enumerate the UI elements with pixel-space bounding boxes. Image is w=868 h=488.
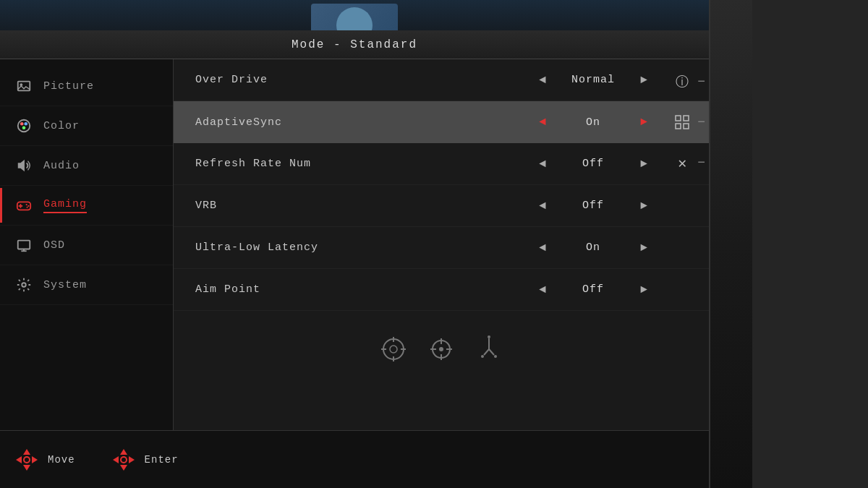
enter-label: Enter	[145, 454, 179, 466]
side-btn-close[interactable]: ✕ −	[673, 153, 705, 172]
setting-control-refreshratenum: ◄ Off ►	[499, 158, 687, 171]
nav-item-enter: Enter	[111, 448, 179, 472]
overdrive-arrow-left[interactable]: ◄	[535, 74, 550, 87]
sidebar-item-color[interactable]: Color	[0, 106, 173, 146]
setting-row-vrb: VRB ◄ Off ►	[174, 185, 709, 227]
info-icon: ⓘ	[673, 72, 692, 91]
vrb-value: Off	[564, 200, 622, 212]
setting-row-refreshratenum: Refresh Rate Num ◄ Off ►	[174, 143, 709, 185]
svg-marker-42	[32, 456, 38, 463]
svg-point-2	[18, 120, 30, 132]
svg-rect-38	[684, 124, 689, 129]
svg-point-32	[488, 335, 490, 338]
setting-name-refreshratenum: Refresh Rate Num	[195, 158, 499, 170]
setting-control-adaptivesync: ◄ On ►	[499, 116, 687, 129]
ultralowlatency-value: On	[564, 241, 622, 254]
aim-icon-1[interactable]	[377, 333, 410, 366]
setting-row-overdrive: Over Drive ◄ Normal ►	[174, 59, 709, 101]
svg-marker-46	[120, 465, 127, 471]
aim-icon-2[interactable]	[425, 333, 458, 366]
svg-marker-41	[16, 456, 22, 463]
sidebar: Picture Color Audio	[0, 59, 174, 430]
svg-point-44	[25, 458, 29, 462]
svg-rect-13	[18, 241, 30, 249]
svg-marker-45	[120, 449, 127, 455]
svg-point-5	[22, 126, 26, 129]
system-icon	[14, 275, 33, 294]
osd-icon	[14, 236, 33, 254]
setting-row-aimpoint: Aim Point ◄ Off ►	[174, 269, 709, 311]
svg-point-18	[390, 346, 397, 353]
adaptivesync-arrow-right[interactable]: ►	[637, 116, 651, 129]
sidebar-label-picture: Picture	[43, 80, 94, 93]
sidebar-item-gaming[interactable]: Gaming	[0, 186, 173, 226]
sidebar-label-audio: Audio	[43, 160, 80, 172]
right-bezel	[709, 0, 868, 488]
vrb-arrow-left[interactable]: ◄	[535, 200, 550, 213]
svg-marker-39	[23, 449, 30, 455]
sidebar-item-osd[interactable]: OSD	[0, 226, 173, 265]
refreshratenum-arrow-left[interactable]: ◄	[535, 158, 550, 171]
overdrive-arrow-right[interactable]: ►	[637, 74, 651, 87]
setting-name-overdrive: Over Drive	[195, 74, 499, 86]
svg-marker-6	[18, 160, 25, 172]
svg-point-34	[494, 355, 497, 358]
ultralowlatency-arrow-left[interactable]: ◄	[535, 241, 550, 254]
svg-rect-37	[676, 124, 681, 129]
enter-dpad-icon	[111, 448, 136, 472]
sidebar-label-color: Color	[43, 120, 80, 132]
adaptivesync-value: On	[564, 116, 622, 129]
mode-title: Mode - Standard	[292, 38, 417, 51]
svg-point-3	[20, 122, 24, 126]
setting-control-vrb: ◄ Off ►	[499, 200, 687, 213]
svg-marker-47	[113, 456, 119, 463]
overdrive-value: Normal	[564, 74, 622, 86]
aim-icons-row	[174, 318, 709, 380]
adaptivesync-arrow-left[interactable]: ◄	[535, 116, 550, 129]
svg-point-11	[27, 205, 29, 207]
close-icon: ✕	[673, 153, 692, 172]
svg-rect-36	[684, 116, 689, 121]
sidebar-label-osd: OSD	[43, 239, 65, 252]
ultralowlatency-arrow-right[interactable]: ►	[637, 241, 651, 254]
vrb-arrow-right[interactable]: ►	[637, 200, 651, 213]
svg-point-12	[26, 207, 27, 208]
setting-name-aimpoint: Aim Point	[195, 283, 499, 296]
sidebar-item-picture[interactable]: Picture	[0, 67, 173, 106]
setting-name-ultralowlatency: Ultra-Low Latency	[195, 241, 499, 254]
osd-container: Picture Color Audio	[0, 59, 709, 430]
svg-point-4	[24, 122, 27, 126]
setting-name-vrb: VRB	[195, 200, 499, 212]
side-btn-grid[interactable]: −	[673, 113, 705, 132]
close-dash: −	[697, 155, 705, 170]
svg-point-17	[383, 339, 404, 359]
info-dash: −	[697, 74, 705, 89]
svg-line-30	[484, 349, 489, 355]
svg-line-31	[489, 349, 494, 355]
color-icon	[14, 116, 33, 135]
mode-title-bar: Mode - Standard	[0, 30, 709, 59]
aim-icon-3[interactable]	[472, 333, 506, 366]
setting-control-aimpoint: ◄ Off ►	[499, 283, 687, 296]
setting-row-ultralowlatency: Ultra-Low Latency ◄ On ►	[174, 227, 709, 269]
main-content: Over Drive ◄ Normal ► AdaptiveSync ◄ On …	[174, 59, 709, 430]
aimpoint-arrow-right[interactable]: ►	[637, 283, 651, 296]
sidebar-item-system[interactable]: System	[0, 265, 173, 305]
nav-item-move: Move	[14, 448, 75, 472]
bottom-nav: Move Enter	[0, 430, 709, 488]
refreshratenum-arrow-right[interactable]: ►	[637, 158, 651, 171]
aimpoint-arrow-left[interactable]: ◄	[535, 283, 550, 296]
svg-point-33	[481, 355, 484, 358]
grid-dash: −	[697, 115, 705, 129]
setting-control-ultralowlatency: ◄ On ►	[499, 241, 687, 254]
sidebar-item-audio[interactable]: Audio	[0, 146, 173, 186]
svg-point-24	[439, 347, 443, 351]
side-btn-info[interactable]: ⓘ −	[673, 72, 705, 91]
audio-icon	[14, 156, 33, 175]
setting-control-overdrive: ◄ Normal ►	[499, 74, 687, 87]
sidebar-label-system: System	[43, 279, 87, 291]
svg-rect-35	[676, 116, 681, 121]
svg-marker-48	[129, 456, 135, 463]
svg-point-16	[22, 283, 26, 287]
sidebar-label-gaming: Gaming	[43, 198, 87, 213]
